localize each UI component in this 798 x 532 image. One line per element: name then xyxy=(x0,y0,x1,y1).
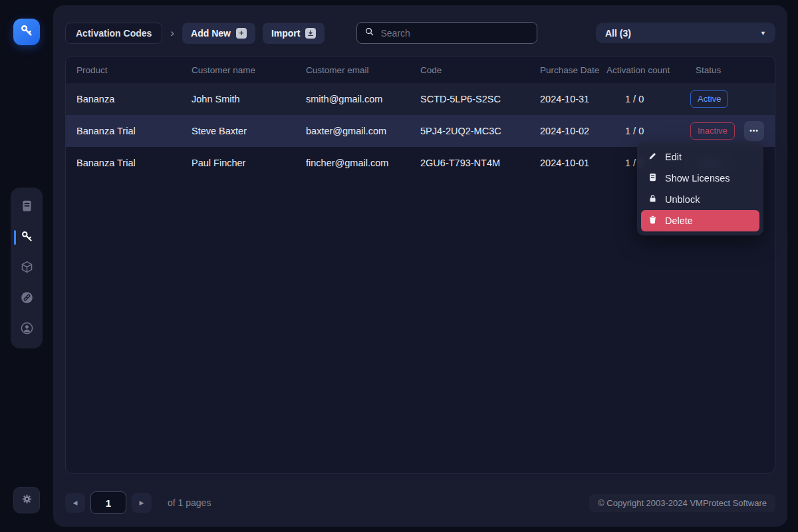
cell-purchase-date: 2024-10-02 xyxy=(540,126,606,136)
status-filter-dropdown[interactable]: All (3) ▼ xyxy=(596,23,775,43)
cell-customer-email: fincher@gmail.com xyxy=(306,158,420,168)
search-box xyxy=(356,22,537,44)
breadcrumb[interactable]: Activation Codes xyxy=(65,23,162,44)
add-new-button[interactable]: Add New + xyxy=(182,23,255,44)
import-button[interactable]: Import xyxy=(263,23,325,44)
cell-purchase-date: 2024-10-01 xyxy=(540,158,606,168)
main-panel: Activation Codes › Add New + Import xyxy=(53,5,787,527)
plus-icon: + xyxy=(236,28,247,39)
row-context-menu: Edit Show Licenses Unblock Delete xyxy=(637,142,763,235)
link-icon xyxy=(20,291,34,307)
menu-item-label: Show Licenses xyxy=(665,173,730,184)
left-rail xyxy=(0,0,53,532)
breadcrumb-label: Activation Codes xyxy=(76,28,152,39)
sidebar-item-integrations[interactable] xyxy=(11,283,43,314)
toolbar: Activation Codes › Add New + Import xyxy=(53,5,787,44)
sidebar-item-account[interactable] xyxy=(11,314,43,344)
search-icon xyxy=(364,27,374,39)
document-icon xyxy=(648,172,658,184)
menu-item-delete[interactable]: Delete xyxy=(641,210,759,231)
cell-activation-count: 1 / 0 xyxy=(606,126,690,136)
document-icon xyxy=(20,199,34,215)
column-header-purchase-date: Purchase Date xyxy=(540,65,606,75)
cell-product: Bananza xyxy=(76,94,192,104)
copyright-text: © Copyright 2003-2024 VMProtect Software xyxy=(589,494,775,512)
account-icon xyxy=(20,321,34,338)
arrow-left-icon: ◀ xyxy=(73,499,78,506)
cell-customer-name: Paul Fincher xyxy=(192,158,306,168)
settings-button[interactable] xyxy=(13,487,40,513)
search-input[interactable] xyxy=(380,28,529,39)
cell-code: 5PJ4-2UQ2-MC3C xyxy=(420,126,540,136)
current-page-input[interactable]: 1 xyxy=(90,491,126,514)
arrow-right-icon: ▶ xyxy=(140,499,144,506)
menu-item-unblock[interactable]: Unblock xyxy=(641,189,759,210)
import-label: Import xyxy=(271,28,301,39)
menu-item-show-licenses[interactable]: Show Licenses xyxy=(641,168,759,189)
column-header-product: Product xyxy=(76,65,192,75)
menu-item-label: Edit xyxy=(665,152,682,162)
next-page-button[interactable]: ▶ xyxy=(132,493,152,513)
row-actions-button[interactable]: ••• xyxy=(744,121,764,141)
cell-customer-name: John Smith xyxy=(192,94,306,104)
prev-page-button[interactable]: ◀ xyxy=(65,493,85,513)
filter-value: All (3) xyxy=(605,28,631,39)
column-header-activation-count: Activation count xyxy=(606,65,690,75)
footer: ◀ 1 ▶ of 1 pages © Copyright 2003-2024 V… xyxy=(65,488,775,517)
download-icon xyxy=(305,28,316,39)
cell-customer-email: smith@gmail.com xyxy=(306,94,420,104)
menu-item-label: Unblock xyxy=(665,194,700,205)
current-page-value: 1 xyxy=(106,497,111,509)
status-badge: Inactive xyxy=(690,122,735,140)
sidebar-item-licenses[interactable] xyxy=(11,192,43,222)
add-new-label: Add New xyxy=(191,28,231,39)
pages-summary: of 1 pages xyxy=(168,497,211,508)
table-row[interactable]: Bananza John Smith smith@gmail.com SCTD-… xyxy=(66,83,775,115)
cell-purchase-date: 2024-10-31 xyxy=(540,94,606,104)
lock-icon xyxy=(648,194,658,205)
caret-down-icon: ▼ xyxy=(760,30,766,37)
table-header-row: Product Customer name Customer email Cod… xyxy=(66,57,775,83)
pencil-icon xyxy=(648,151,658,163)
column-header-code: Code xyxy=(420,65,540,75)
cell-activation-count: 1 / 0 xyxy=(606,94,690,104)
sidebar-item-activation-codes[interactable] xyxy=(11,222,43,253)
cell-product: Bananza Trial xyxy=(76,158,192,168)
menu-item-edit[interactable]: Edit xyxy=(641,146,759,168)
package-icon xyxy=(20,260,34,277)
sidebar-nav xyxy=(11,188,43,348)
ellipsis-icon: ••• xyxy=(749,128,759,134)
cell-customer-name: Steve Baxter xyxy=(192,126,306,136)
column-header-customer-name: Customer name xyxy=(192,65,306,75)
trash-icon xyxy=(648,215,658,227)
menu-item-label: Delete xyxy=(665,215,693,226)
sidebar-item-products[interactable] xyxy=(11,253,43,283)
activation-codes-table: Product Customer name Customer email Cod… xyxy=(65,56,775,473)
cell-customer-email: baxter@gmail.com xyxy=(306,126,420,136)
gear-icon xyxy=(21,493,33,508)
app-logo[interactable] xyxy=(13,19,40,45)
status-badge: Active xyxy=(690,90,728,108)
chevron-right-icon: › xyxy=(170,27,174,39)
cell-code: 2GU6-T793-NT4M xyxy=(420,158,540,168)
column-header-customer-email: Customer email xyxy=(306,65,420,75)
cell-code: SCTD-5LP6-S2SC xyxy=(420,94,540,104)
column-header-status: Status xyxy=(690,65,735,75)
cell-product: Bananza Trial xyxy=(76,126,192,136)
key-icon xyxy=(19,23,34,41)
key-icon xyxy=(20,229,34,246)
